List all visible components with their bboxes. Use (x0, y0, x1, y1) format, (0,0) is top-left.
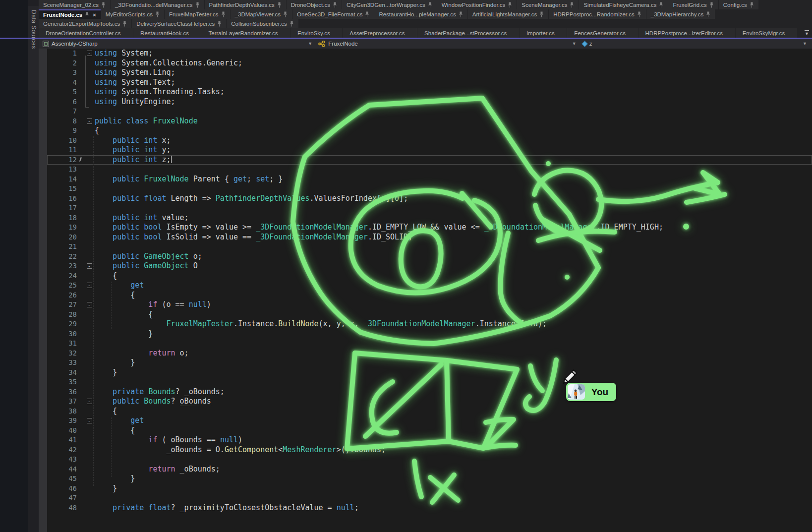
document-tab[interactable]: Config.cs (719, 0, 758, 9)
document-tab[interactable]: ArtificialLightsManager.cs (468, 9, 548, 19)
code-line[interactable]: 1-using System; (47, 49, 812, 59)
line-number[interactable]: 24 (47, 271, 77, 281)
code-line[interactable]: 46 } (47, 484, 812, 494)
line-number[interactable]: 15 (47, 184, 77, 194)
pin-icon[interactable] (283, 11, 288, 17)
line-number[interactable]: 9 (47, 126, 77, 136)
code-line[interactable]: 24 { (47, 271, 812, 281)
pin-icon[interactable] (217, 21, 222, 27)
code-line[interactable]: 27- if (o == null) (47, 300, 812, 310)
document-tab[interactable]: EnviroSky.cs (290, 28, 342, 38)
project-dropdown[interactable]: Assembly-CSharp (39, 39, 102, 49)
code-line[interactable]: 33 } (47, 358, 812, 368)
code-line[interactable]: 45 } (47, 474, 812, 484)
pin-icon[interactable] (85, 12, 89, 18)
code-line[interactable]: 47 (47, 493, 812, 503)
document-tab[interactable]: _3DMapHierarchy.cs (646, 9, 715, 19)
code-line[interactable]: 9{ (47, 126, 812, 136)
line-number[interactable]: 35 (47, 377, 77, 387)
code-line[interactable]: 48 private float? _proximityToClosestObs… (47, 503, 812, 513)
line-number[interactable]: 3 (47, 68, 77, 78)
code-line[interactable]: 44 return _oBounds; (47, 465, 812, 474)
document-tab[interactable]: EnviroSkyMgr.cs (736, 28, 797, 38)
pin-icon[interactable] (570, 2, 574, 8)
line-number[interactable]: 36 (47, 387, 77, 397)
line-number[interactable]: 46 (47, 484, 77, 494)
pin-icon[interactable] (365, 11, 369, 17)
document-tab[interactable]: SimulatedFisheyeCamera.cs (579, 0, 668, 9)
line-number[interactable]: 30 (47, 329, 77, 339)
document-tab[interactable]: FruxelNode.cs× (39, 9, 101, 19)
code-line[interactable]: 2using System.Collections.Generic; (47, 59, 812, 68)
collapse-region-icon[interactable]: - (87, 399, 92, 404)
document-tab[interactable]: MyEditorScripts.cs (101, 9, 164, 19)
code-line[interactable]: 30 } (47, 329, 812, 339)
close-icon[interactable]: × (93, 12, 96, 18)
document-tab[interactable]: RestaurantHook.cs (133, 28, 201, 38)
document-tab[interactable]: _3DFoundatio...delManager.cs (111, 0, 204, 9)
code-line[interactable]: 3using System.Linq; (47, 68, 812, 78)
line-number[interactable]: 2 (47, 59, 77, 68)
document-tab[interactable]: WindowPositionFinder.cs (437, 0, 517, 9)
code-line[interactable]: 40 { (47, 426, 812, 436)
code-line[interactable]: 36 private Bounds? _oBounds; (47, 387, 812, 397)
line-number[interactable]: 19 (47, 223, 77, 233)
document-tab[interactable]: DroneOrientationController.cs (39, 28, 133, 38)
document-tab[interactable]: PathfinderDepthValues.cs (205, 0, 286, 9)
code-line[interactable]: 42 _oBounds = O.GetComponent<MeshRendere… (47, 445, 812, 455)
pin-icon[interactable] (195, 2, 200, 8)
pin-icon[interactable] (290, 21, 294, 27)
pin-icon[interactable] (333, 2, 337, 8)
document-tab[interactable]: RestaurantHo...pleManager.cs (374, 9, 467, 19)
line-number[interactable]: 28 (47, 310, 77, 320)
code-line[interactable]: 18 public int value; (47, 213, 812, 223)
line-number[interactable]: 14 (47, 175, 77, 184)
collapse-region-icon[interactable]: - (87, 302, 92, 307)
pin-icon[interactable] (122, 21, 127, 27)
document-tab[interactable]: HDRPPostproce...izerEditor.cs (638, 28, 735, 38)
code-line[interactable]: 28 { (47, 310, 812, 320)
document-tab[interactable]: TerrainLayerRandomizer.cs (201, 28, 290, 38)
code-line[interactable]: 21 (47, 242, 812, 252)
document-tab[interactable]: Importer.cs (520, 28, 567, 38)
line-number[interactable]: 4 (47, 78, 77, 88)
line-number[interactable]: 34 (47, 368, 77, 378)
document-tab[interactable]: _3DMapViewer.cs (231, 9, 292, 19)
code-line[interactable]: 34 } (47, 368, 812, 378)
code-line[interactable]: 35 (47, 377, 812, 387)
document-tab[interactable]: AssetPreprocessor.cs (343, 28, 417, 38)
line-number[interactable]: 22 (47, 252, 77, 262)
line-number[interactable]: 12 (47, 155, 77, 165)
pin-icon[interactable] (428, 2, 432, 8)
line-number[interactable]: 17 (47, 203, 77, 213)
code-line[interactable]: 29 FruxelMapTester.Instance.BuildNode(x,… (47, 319, 812, 329)
document-tab[interactable]: CollisionSubscriber.cs (227, 19, 298, 28)
type-dropdown[interactable]: FruxelNode (314, 39, 361, 49)
pin-icon[interactable] (221, 11, 226, 17)
document-tab[interactable]: FencesGenerator.cs (567, 28, 638, 38)
pin-icon[interactable] (155, 11, 160, 17)
line-number[interactable]: 43 (47, 455, 77, 465)
code-line[interactable]: 14 public FruxelNode Parent { get; set; … (47, 175, 812, 184)
code-editor[interactable]: 1-using System;2using System.Collections… (47, 49, 812, 532)
line-number[interactable]: 38 (47, 407, 77, 416)
line-number[interactable]: 7 (47, 107, 77, 117)
code-line[interactable]: 26 { (47, 291, 812, 300)
collapse-region-icon[interactable]: - (87, 118, 92, 124)
document-tab[interactable]: DeliverySurfaceClassHelper.cs (132, 19, 226, 28)
line-number[interactable]: 41 (47, 435, 77, 445)
line-number[interactable]: 44 (47, 465, 77, 474)
code-line[interactable]: 7 (47, 107, 812, 117)
collapse-region-icon[interactable]: - (87, 418, 92, 423)
document-tab[interactable]: FruxelGrid.cs (668, 0, 718, 9)
document-tab[interactable]: SceneManager.cs (517, 0, 579, 9)
collapse-region-icon[interactable]: - (87, 51, 92, 56)
line-number[interactable]: 21 (47, 242, 77, 252)
line-number[interactable]: 11 (47, 145, 77, 155)
document-tab[interactable]: SceneManager_02.cs (39, 0, 110, 9)
code-line[interactable]: 17 (47, 203, 812, 213)
document-tab[interactable]: ShaderPackage...stProcessor.cs (417, 28, 519, 38)
data-sources-vertical-tab[interactable]: Data Sources (28, 6, 39, 90)
line-number[interactable]: 31 (47, 339, 77, 349)
chevron-down-icon[interactable]: ▼ (801, 41, 809, 46)
